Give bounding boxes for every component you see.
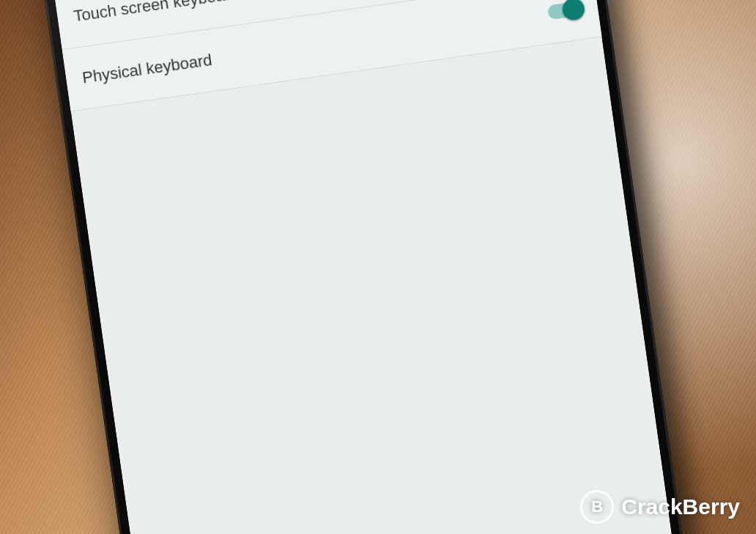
settings-content: With this feature, you can type quickly …	[43, 0, 601, 111]
watermark-text: CrackBerry	[621, 494, 740, 519]
phone-wrap: BlackBerry ✉ ↻ ▣ # ✆ in ✦	[10, 0, 694, 534]
android-screen: ✉ ↻ ▣ # ✆ in ✦ ᚼ ✕ 🔕 ⏰	[30, 0, 682, 534]
crackberry-badge-icon: B	[580, 490, 614, 524]
phone-body: BlackBerry ✉ ↻ ▣ # ✆ in ✦	[10, 0, 694, 534]
volume-down-button[interactable]	[602, 0, 612, 7]
row-label: Touch screen keyboard	[73, 0, 240, 26]
photo-scene: BlackBerry ✉ ↻ ▣ # ✆ in ✦	[0, 0, 756, 534]
toggle-physical-keyboard[interactable]	[547, 1, 582, 20]
row-label: Physical keyboard	[81, 51, 213, 88]
watermark: B CrackBerry	[580, 490, 740, 524]
phone-bezel: BlackBerry ✉ ↻ ▣ # ✆ in ✦	[21, 0, 682, 534]
